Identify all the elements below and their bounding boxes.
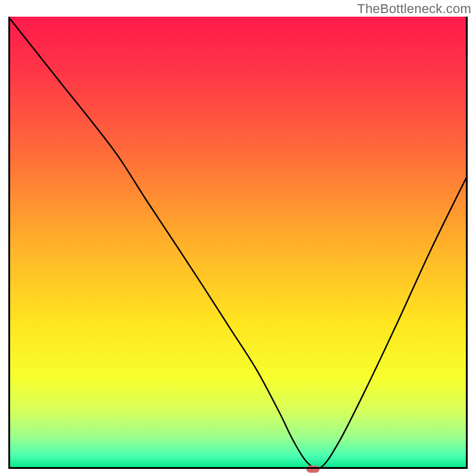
watermark-text: TheBottleneck.com: [357, 1, 471, 17]
chart-container: TheBottleneck.com: [0, 0, 476, 476]
optimal-marker: [306, 465, 320, 472]
chart-svg: [8, 17, 468, 469]
gradient-background: [8, 17, 468, 469]
plot-area: [8, 17, 468, 469]
